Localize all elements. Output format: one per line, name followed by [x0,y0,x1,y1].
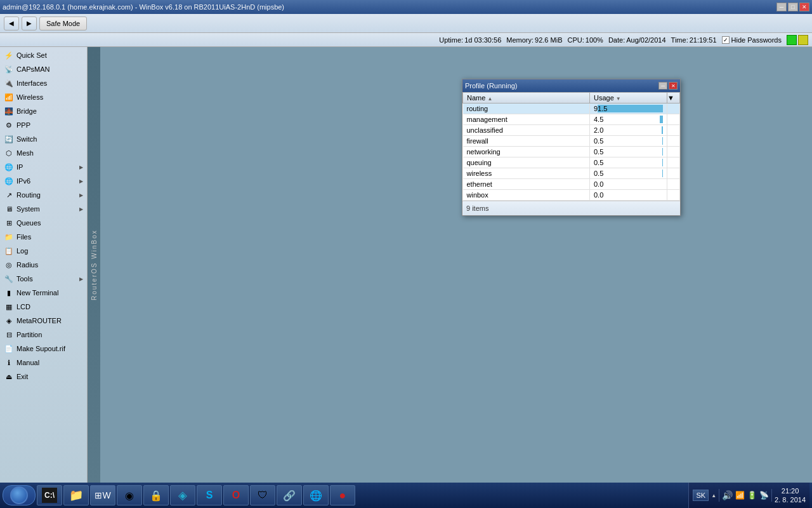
tray-separator2 [771,489,772,502]
forward-button[interactable]: ▶ [22,17,37,30]
sidebar-item-label: Switch [16,135,37,143]
chevron-icon: ▶ [79,178,83,184]
tray-volume[interactable]: 🔊 [722,490,733,500]
column-usage-header[interactable]: Usage ▼ [590,93,667,104]
table-cell-name: management [463,114,590,125]
taskbar-browser[interactable]: ◉ [117,485,142,505]
taskbar-security[interactable]: 🔒 [143,485,169,505]
taskbar-connect[interactable]: 🔗 [277,485,302,505]
taskbar-browser2[interactable]: ◈ [170,485,195,505]
tray-power[interactable]: 🔋 [747,491,757,500]
taskbar-explorer[interactable]: 📁 [63,485,89,505]
usage-value-text: 0.0 [594,191,603,199]
date-item: Date: Aug/02/2014 [608,36,666,44]
sidebar-item-label: System [16,205,40,213]
sidebar-item-exit[interactable]: ⏏ Exit [0,370,87,384]
sidebar-item-label: IPv6 [16,177,30,185]
tray-chevron-up[interactable]: ▲ [711,493,716,498]
sidebar-item-manual[interactable]: ℹ Manual [0,356,87,370]
sidebar-item-metarouter[interactable]: ◈ MetaROUTER [0,314,87,328]
sidebar-item-ip[interactable]: 🌐 IP ▶ [0,160,87,174]
sidebar-item-queues[interactable]: ⊞ Queues [0,216,87,230]
sidebar-item-routing[interactable]: ↗ Routing ▶ [0,188,87,202]
sidebar-item-mesh[interactable]: ⬡ Mesh [0,146,87,160]
sidebar-item-bridge[interactable]: 🌉 Bridge [0,104,87,118]
main-area: ⚡ Quick Set 📡 CAPsMAN 🔌 Interfaces 📶 Wir… [0,47,812,483]
queues-icon: ⊞ [4,218,14,228]
title-bar-title: admin@192.168.0.1 (home.ekrajnak.com) - … [3,3,284,11]
language-button[interactable]: SK [693,490,709,501]
memory-item: Memory: 92.6 MiB [506,36,562,44]
hide-passwords-control[interactable]: ✓ Hide Passwords [722,36,782,44]
table-header-row: Name ▲ Usage ▼ ▼ [463,93,680,104]
taskbar-network[interactable]: 🌐 [303,485,329,505]
table-cell-name: networking [463,147,590,157]
sidebar-item-quick-set[interactable]: ⚡ Quick Set [0,48,87,62]
table-cell-empty [667,147,680,157]
back-button[interactable]: ◀ [4,17,19,30]
table-row[interactable]: routing91.5 [463,104,680,114]
usage-value-text: 0.5 [594,137,603,145]
hide-passwords-checkbox[interactable]: ✓ [722,36,730,44]
sidebar-item-interfaces[interactable]: 🔌 Interfaces [0,76,87,90]
sidebar-item-files[interactable]: 📁 Files [0,230,87,244]
sidebar-item-tools[interactable]: 🔧 Tools ▶ [0,272,87,286]
chevron-icon: ▶ [79,164,83,170]
sidebar-item-ipv6[interactable]: 🌐 IPv6 ▶ [0,174,87,188]
column-name-label: Name [467,94,485,102]
sidebar-item-capsmanager[interactable]: 📡 CAPsMAN [0,62,87,76]
table-cell-usage: 0.5 [590,136,667,147]
sidebar-item-radius[interactable]: ◎ Radius [0,258,87,272]
sidebar-item-ppp[interactable]: ⚙ PPP [0,118,87,132]
sidebar-item-system[interactable]: 🖥 System ▶ [0,202,87,216]
chevron-icon: ▶ [79,192,83,198]
sidebar-item-log[interactable]: 📋 Log [0,244,87,258]
table-cell-name: routing [463,104,590,114]
chevron-icon: ▶ [79,206,83,212]
table-row[interactable]: ethernet0.0 [463,179,680,190]
table-cell-name: firewall [463,136,590,147]
table-row[interactable]: networking0.5 [463,147,680,157]
dialog-minimize-button[interactable]: ─ [658,82,667,90]
sidebar-item-switch[interactable]: 🔄 Switch [0,132,87,146]
usage-bar-visual [662,159,663,166]
maximize-button[interactable]: □ [788,3,798,11]
start-button[interactable] [3,485,36,505]
sidebar-item-make-supout[interactable]: 📄 Make Supout.rif [0,342,87,356]
table-cell-usage: 0.5 [590,147,667,157]
taskbar-skype[interactable]: S [197,485,222,505]
files-icon: 📁 [4,232,14,242]
winbox-label: RouterOS WinBox [88,47,100,483]
taskbar-opera[interactable]: O [223,485,249,505]
memory-label: Memory: [506,36,534,44]
table-row[interactable]: unclassified2.0 [463,125,680,136]
column-expand-header[interactable]: ▼ [667,93,680,104]
taskbar-redcircle[interactable]: ● [330,485,355,505]
table-row[interactable]: winbox0.0 [463,190,680,201]
sidebar-item-new-terminal[interactable]: ▮ New Terminal [0,286,87,300]
taskbar-shield[interactable]: 🛡 [250,485,275,505]
taskbar-winbox[interactable]: ⊞W [90,485,115,505]
dialog-close-button[interactable]: ✕ [669,82,678,90]
sidebar-item-partition[interactable]: ⊟ Partition [0,328,87,342]
shield-icon: 🛡 [255,488,270,503]
table-cell-name: unclassified [463,125,590,136]
table-cell-empty [667,125,680,136]
table-row[interactable]: wireless0.5 [463,168,680,179]
column-name-header[interactable]: Name ▲ [463,93,590,104]
minimize-button[interactable]: ─ [776,3,787,11]
taskbar-cmd[interactable]: C:\ [37,485,62,505]
table-cell-empty [667,179,680,190]
sidebar-item-lcd[interactable]: ▦ LCD [0,300,87,314]
safe-mode-button[interactable]: Safe Mode [39,17,87,30]
close-button[interactable]: ✕ [799,3,809,11]
sidebar-item-label: Radius [16,261,38,269]
tray-network2[interactable]: 📶 [735,491,745,500]
profile-dialog-buttons: ─ ✕ [658,82,678,90]
table-row[interactable]: management4.5 [463,114,680,125]
sidebar-item-wireless[interactable]: 📶 Wireless [0,90,87,104]
table-row[interactable]: firewall0.5 [463,136,680,147]
table-row[interactable]: queuing0.5 [463,157,680,168]
tray-signal[interactable]: 📡 [759,491,769,500]
usage-value-text: 0.0 [594,180,603,188]
